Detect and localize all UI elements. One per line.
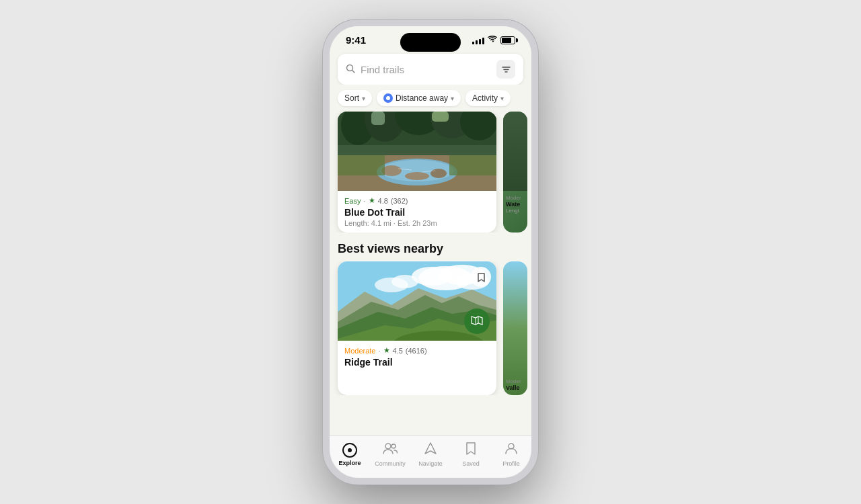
first-cards-row: Easy · ★ 4.8 (362) Blue Dot Trail Length…: [330, 112, 531, 233]
svg-rect-21: [449, 155, 496, 175]
phone-frame: 9:41: [323, 19, 538, 485]
partial-second-trail-card[interactable]: Moder Wate Lengt: [503, 112, 527, 233]
nav-item-navigate[interactable]: Navigate: [414, 442, 447, 467]
activity-chip[interactable]: Activity ▾: [465, 90, 511, 106]
rating: 4.5: [393, 347, 403, 355]
partial-difficulty: Moder: [506, 195, 525, 201]
saved-icon: [465, 442, 477, 458]
sort-chip[interactable]: Sort ▾: [338, 90, 372, 106]
phone-screen: 9:41: [330, 26, 531, 478]
svg-marker-39: [472, 317, 482, 325]
dynamic-island: [400, 33, 461, 52]
partial-title-2: Valle: [506, 384, 525, 391]
navigate-label: Navigate: [418, 460, 443, 467]
location-dot-icon: [383, 93, 393, 103]
svg-point-43: [391, 444, 396, 448]
status-time: 9:41: [346, 34, 366, 46]
svg-point-30: [391, 275, 418, 288]
community-icon: [383, 442, 398, 458]
profile-label: Profile: [502, 460, 520, 467]
ridge-trail-card[interactable]: Moderate · ★ 4.5 (4616) Ridge Trail: [338, 261, 496, 395]
saved-label: Saved: [462, 460, 480, 467]
partial-valley-trail-card[interactable]: Moder Valle: [503, 261, 527, 395]
partial-length: Lengt: [506, 208, 525, 214]
best-views-header: Best views nearby: [330, 233, 531, 261]
review-count: (4616): [406, 347, 427, 355]
search-area: Find trails: [330, 48, 531, 85]
save-button[interactable]: [471, 267, 491, 287]
bottom-navigation: Explore Community: [330, 435, 531, 478]
nav-item-community[interactable]: Community: [373, 442, 407, 467]
partial-title: Wate: [506, 201, 525, 208]
ridge-trail-image: [338, 261, 496, 341]
filter-button[interactable]: [496, 60, 515, 79]
explore-icon: [342, 443, 357, 458]
trail-name: Blue Dot Trail: [344, 207, 490, 218]
search-placeholder: Find trails: [361, 64, 491, 75]
svg-rect-12: [371, 112, 385, 125]
activity-label: Activity: [472, 93, 498, 103]
svg-rect-13: [432, 112, 449, 122]
svg-line-1: [352, 70, 355, 73]
distance-label: Distance away: [396, 93, 448, 103]
second-cards-row: Moderate · ★ 4.5 (4616) Ridge Trail Mode…: [330, 261, 531, 395]
trail-details: Length: 4.1 mi · Est. 2h 23m: [344, 219, 490, 227]
distance-chip[interactable]: Distance away ▾: [377, 90, 461, 106]
svg-point-42: [385, 444, 391, 449]
star-icon: ★: [383, 346, 390, 355]
distance-chevron-icon: ▾: [451, 95, 454, 102]
sort-label: Sort: [344, 93, 359, 103]
map-button[interactable]: [464, 308, 490, 334]
svg-marker-44: [425, 443, 436, 454]
search-bar[interactable]: Find trails: [338, 54, 523, 85]
ridge-trail-info: Moderate · ★ 4.5 (4616) Ridge Trail: [338, 341, 496, 374]
filter-chips: Sort ▾ Distance away ▾ Activity ▾: [330, 85, 531, 112]
sort-chevron-icon: ▾: [362, 95, 365, 102]
review-count: (362): [391, 197, 408, 205]
svg-point-18: [430, 169, 447, 178]
blue-dot-trail-card[interactable]: Easy · ★ 4.8 (362) Blue Dot Trail Length…: [338, 112, 496, 233]
ridge-meta: Moderate · ★ 4.5 (4616): [344, 346, 490, 355]
blue-dot-meta: Easy · ★ 4.8 (362): [344, 196, 490, 205]
trail-name: Ridge Trail: [344, 357, 490, 368]
signal-bars-icon: [472, 36, 484, 44]
activity-chevron-icon: ▾: [500, 95, 504, 102]
svg-point-19: [405, 172, 429, 180]
blue-dot-trail-image: [338, 112, 496, 191]
community-label: Community: [375, 460, 406, 467]
nav-item-saved[interactable]: Saved: [454, 442, 488, 467]
blue-dot-trail-info: Easy · ★ 4.8 (362) Blue Dot Trail Length…: [338, 191, 496, 233]
scroll-content: Easy · ★ 4.8 (362) Blue Dot Trail Length…: [330, 112, 531, 435]
search-icon: [346, 64, 355, 75]
navigate-icon: [424, 442, 437, 458]
wifi-icon: [488, 36, 497, 45]
status-icons: [472, 36, 515, 45]
nav-item-explore[interactable]: Explore: [333, 443, 367, 466]
explore-label: Explore: [338, 460, 361, 466]
status-bar: 9:41: [330, 26, 531, 48]
difficulty-badge: Moderate: [344, 347, 375, 355]
profile-icon: [504, 442, 518, 458]
nav-item-profile[interactable]: Profile: [494, 442, 528, 467]
difficulty-badge: Easy: [344, 197, 361, 205]
rating: 4.8: [378, 197, 388, 205]
svg-rect-20: [338, 155, 385, 175]
star-icon: ★: [369, 196, 375, 205]
partial-difficulty-2: Moder: [506, 378, 525, 384]
battery-icon: [500, 36, 515, 44]
